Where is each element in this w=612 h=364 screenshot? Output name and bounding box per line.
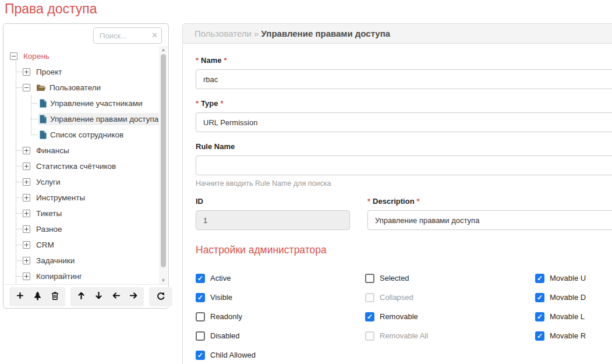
checkbox-removable-all: Removable All <box>365 330 535 341</box>
description-input[interactable] <box>367 210 612 230</box>
collapse-expander-icon[interactable] <box>10 52 17 60</box>
expand-expander-icon[interactable] <box>23 194 30 202</box>
delete-node-button[interactable] <box>46 288 63 305</box>
checkbox-collapsed: Collapsed <box>365 292 535 303</box>
id-description-row: ID *Description* <box>196 197 612 230</box>
expand-expander-icon[interactable] <box>23 210 30 217</box>
rule-name-hint: Начните вводить Rule Name для поиска <box>196 179 612 188</box>
tree-item-misc[interactable]: Разное <box>4 221 168 237</box>
collapse-expander-icon[interactable] <box>23 84 30 91</box>
tree-item-members-management[interactable]: Управление участниками <box>4 96 168 111</box>
checkbox-visible[interactable]: Visible <box>196 292 365 303</box>
checkbox-movable-u[interactable]: Movable U <box>535 273 612 284</box>
folder-open-icon <box>36 84 46 92</box>
type-input[interactable] <box>196 112 612 132</box>
plus-icon <box>16 291 24 302</box>
checkbox-selected[interactable]: Selected <box>365 273 535 284</box>
required-asterisk: * <box>367 197 370 206</box>
checkbox-column-3: Movable U Movable D Movable L Movable R <box>535 273 612 364</box>
tree-icon <box>33 291 42 302</box>
tree-item-access-rights-management[interactable]: Управление правами доступа <box>4 111 168 127</box>
expand-expander-icon[interactable] <box>23 178 30 186</box>
breadcrumb: Пользователи » Управление правами доступ… <box>183 24 612 44</box>
breadcrumb-current: Управление правами доступа <box>261 29 391 38</box>
tree-panel: ✕ Корень Проект Пользователи <box>3 23 169 309</box>
checkbox-disabled[interactable]: Disabled <box>196 330 365 341</box>
checked-checkbox-icon[interactable] <box>535 293 544 302</box>
detail-panel: Пользователи » Управление правами доступ… <box>182 23 612 364</box>
checkbox-child-allowed[interactable]: Child Allowed <box>196 349 365 361</box>
tree-item-crm[interactable]: CRM <box>4 237 168 253</box>
checkbox-column-2: Selected Collapsed Removable Removable A… <box>365 273 535 364</box>
scrollbar-thumb[interactable] <box>161 54 166 267</box>
expand-expander-icon[interactable] <box>23 225 30 233</box>
move-right-button[interactable] <box>125 288 142 305</box>
description-label: *Description* <box>367 197 612 206</box>
add-node-button[interactable] <box>11 288 29 305</box>
tree-item-task-trackers[interactable]: Задачники <box>4 253 168 268</box>
checked-checkbox-icon[interactable] <box>535 312 544 321</box>
tree-item-copywriting[interactable]: Копирайтинг <box>4 268 168 284</box>
unchecked-checkbox-icon[interactable] <box>196 312 205 321</box>
disabled-checkbox-icon <box>365 331 374 341</box>
tree-item-project[interactable]: Проект <box>4 64 168 80</box>
expand-expander-icon[interactable] <box>23 273 30 280</box>
arrow-down-icon <box>94 291 103 302</box>
checked-checkbox-icon[interactable] <box>535 274 544 283</box>
refresh-button[interactable] <box>151 288 171 305</box>
required-asterisk: * <box>196 56 199 65</box>
tree-item-services[interactable]: Услуги <box>4 174 168 190</box>
toolbar-group-refresh <box>149 287 172 306</box>
checkbox-removable[interactable]: Removable <box>365 311 535 322</box>
page-title: Права доступа <box>5 1 97 17</box>
tree-item-users[interactable]: Пользователи <box>4 80 168 96</box>
checkbox-active[interactable]: Active <box>196 273 365 284</box>
name-label: *Name* <box>196 56 612 65</box>
rule-name-label: Rule Name <box>196 142 612 151</box>
checkbox-grid: Active Visible Readonly Disabled Child A… <box>196 273 612 364</box>
tree-toolbar <box>3 284 168 308</box>
type-label: *Type* <box>196 99 612 108</box>
checkbox-movable-r[interactable]: Movable R <box>535 330 612 341</box>
unchecked-checkbox-icon[interactable] <box>196 331 205 341</box>
checkbox-movable-l[interactable]: Movable L <box>535 311 612 322</box>
expand-expander-icon[interactable] <box>23 162 30 170</box>
expand-expander-icon[interactable] <box>23 257 30 264</box>
clear-x-icon[interactable]: ✕ <box>151 31 158 40</box>
checked-checkbox-icon[interactable] <box>196 351 205 360</box>
checked-checkbox-icon[interactable] <box>535 331 544 341</box>
move-up-button[interactable] <box>72 288 90 305</box>
checkbox-movable-d[interactable]: Movable D <box>535 292 612 303</box>
expand-expander-icon[interactable] <box>23 241 30 249</box>
tree-item-tools[interactable]: Инструменты <box>4 190 168 206</box>
required-asterisk: * <box>220 99 223 108</box>
breadcrumb-parent[interactable]: Пользователи <box>194 29 252 38</box>
checkbox-readonly[interactable]: Readonly <box>196 311 365 322</box>
tree-item-tickets[interactable]: Тикеты <box>4 206 168 221</box>
move-left-button[interactable] <box>107 288 125 305</box>
tree-item-finance[interactable]: Финансы <box>4 143 168 158</box>
required-asterisk: * <box>417 197 420 206</box>
expand-expander-icon[interactable] <box>23 147 30 154</box>
move-down-button[interactable] <box>90 288 107 305</box>
scroll-down-icon[interactable]: ▼ <box>159 277 168 284</box>
tree-scrollbar[interactable]: ▲ ▼ <box>159 46 168 284</box>
description-field-group: *Description* <box>367 197 612 230</box>
name-input[interactable] <box>196 69 612 89</box>
file-icon <box>40 130 47 139</box>
checked-checkbox-icon[interactable] <box>196 293 205 302</box>
tree-item-employees-list[interactable]: Список сотрудников <box>4 127 168 143</box>
expand-expander-icon[interactable] <box>23 68 30 76</box>
form: *Name* *Type* Rule Name Начните вводить … <box>183 44 612 364</box>
tree-item-counters-stats[interactable]: Статистика счётчиков <box>4 158 168 174</box>
required-asterisk: * <box>196 99 199 108</box>
scroll-up-icon[interactable]: ▲ <box>159 46 168 54</box>
rule-name-input[interactable] <box>196 156 612 175</box>
type-field-group: *Type* <box>196 99 612 132</box>
add-subtree-button[interactable] <box>29 288 46 305</box>
tree-item-root[interactable]: Корень <box>4 48 168 64</box>
trash-icon <box>51 291 59 302</box>
checked-checkbox-icon[interactable] <box>196 274 205 283</box>
checked-checkbox-icon[interactable] <box>365 312 374 321</box>
unchecked-checkbox-icon[interactable] <box>365 274 374 283</box>
